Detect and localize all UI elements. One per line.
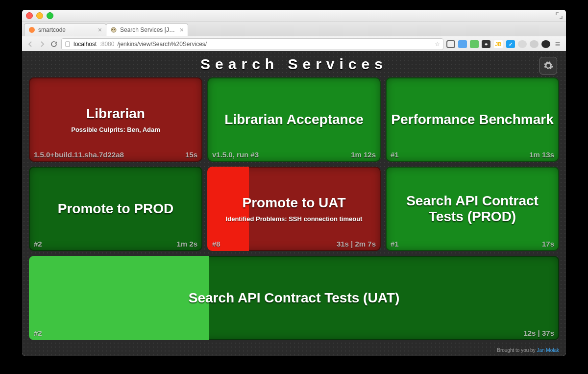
progress-bar — [207, 167, 381, 251]
widgets-grid: Librarian Possible Culprits: Ben, Adam 1… — [29, 77, 559, 340]
globe-icon[interactable] — [518, 40, 527, 48]
pocket-icon[interactable] — [446, 40, 455, 48]
checkmark-icon[interactable]: ✓ — [506, 40, 515, 48]
widget-footer-right: 1m 13s — [529, 150, 554, 159]
cast-icon[interactable] — [458, 40, 467, 48]
widget-footer-right: 1m 2s — [176, 240, 197, 248]
svg-rect-4 — [66, 42, 70, 47]
nav-reload-icon[interactable] — [49, 40, 58, 49]
bookmark-star-icon[interactable]: ☆ — [435, 41, 440, 48]
tab-label: Search Services [Jenkins] — [120, 26, 177, 33]
jetbrains-icon[interactable]: JB — [493, 40, 503, 49]
widget-footer-right: 31s | 2m 7s — [337, 240, 376, 248]
evernote-icon[interactable] — [470, 40, 479, 48]
svg-point-1 — [111, 27, 116, 32]
credit-link[interactable]: Jan Molak — [537, 348, 559, 353]
traffic-lights — [26, 12, 53, 19]
widget-title: Librarian Acceptance — [224, 112, 364, 127]
settings-button[interactable] — [539, 57, 557, 75]
address-bar[interactable]: localhost:8080/jenkins/view/Search%20Ser… — [61, 38, 443, 50]
jenkins-dashboard: Search Services Librarian Possible Culpr… — [22, 51, 566, 356]
widget-librarian[interactable]: Librarian Possible Culprits: Ben, Adam 1… — [29, 77, 202, 162]
nav-back-icon[interactable] — [26, 40, 35, 49]
credit-prefix: Brought to you by — [497, 348, 537, 353]
widget-footer-right: 12s | 37s — [523, 329, 554, 337]
extension-icon[interactable] — [530, 40, 539, 48]
widget-footer-left: 1.5.0+build.11.sha.7d22a8 — [34, 150, 124, 159]
url-host: localhost — [74, 41, 97, 48]
widget-search-api-prod[interactable]: Search API Contract Tests (PROD) #1 17s — [386, 167, 559, 251]
hamburger-menu-icon[interactable]: ≡ — [553, 40, 562, 48]
widget-footer-left: #8 — [212, 240, 220, 248]
widget-librarian-acceptance[interactable]: Librarian Acceptance v1.5.0, run #3 1m 1… — [207, 77, 381, 162]
gear-icon — [543, 60, 554, 71]
tab-close-icon[interactable]: × — [98, 26, 102, 33]
svg-point-3 — [114, 29, 115, 30]
widget-subtitle: Possible Culprits: Ben, Adam — [71, 126, 160, 133]
widget-footer-left: #2 — [34, 329, 42, 337]
browser-tabstrip: smartcode × Search Services [Jenkins] × — [22, 22, 566, 36]
widget-footer-right: 1m 12s — [351, 150, 376, 159]
widget-footer-left: v1.5.0, run #3 — [212, 150, 259, 159]
favicon-icon — [110, 26, 117, 33]
tab-close-icon[interactable]: × — [180, 26, 184, 33]
widget-footer-right: 17s — [542, 240, 554, 248]
url-port: :8080 — [99, 41, 114, 48]
page-icon — [65, 41, 71, 47]
browser-tab[interactable]: smartcode × — [24, 24, 106, 36]
mac-titlebar — [22, 10, 566, 22]
browser-toolbar: localhost:8080/jenkins/view/Search%20Ser… — [22, 36, 566, 52]
widget-footer-left: #2 — [34, 240, 42, 248]
nav-forward-icon[interactable] — [38, 40, 47, 49]
favicon-icon — [28, 26, 35, 33]
tab-label: smartcode — [38, 26, 95, 33]
dashboard-title: Search Services — [29, 56, 559, 73]
browser-window: smartcode × Search Services [Jenkins] × … — [22, 10, 566, 356]
svg-point-0 — [29, 27, 35, 33]
widget-footer-right: 15s — [185, 150, 197, 159]
window-zoom-icon[interactable] — [47, 12, 53, 19]
widget-footer-left: #1 — [391, 150, 399, 159]
widget-title: Promote to PROD — [58, 201, 173, 217]
credit-line: Brought to you by Jan Molak — [497, 348, 559, 353]
extensions: ⚭ JB ✓ ≡ — [446, 40, 562, 49]
extension-icon[interactable] — [541, 40, 550, 48]
browser-tab[interactable]: Search Services [Jenkins] × — [106, 24, 188, 36]
widget-promote-uat[interactable]: Promote to UAT Identified Problems: SSH … — [207, 167, 381, 251]
widget-title: Librarian — [86, 106, 145, 122]
progress-bar — [29, 256, 559, 340]
incognito-icon[interactable]: ⚭ — [482, 40, 490, 48]
window-expand-icon[interactable] — [555, 12, 563, 20]
window-close-icon[interactable] — [26, 12, 33, 19]
window-minimize-icon[interactable] — [36, 12, 43, 19]
widget-performance-benchmark[interactable]: Performance Benchmark #1 1m 13s — [386, 77, 559, 162]
svg-point-2 — [112, 29, 113, 30]
widget-title: Performance Benchmark — [391, 112, 553, 127]
widget-promote-prod[interactable]: Promote to PROD #2 1m 2s — [29, 167, 202, 251]
widget-title: Search API Contract Tests (PROD) — [391, 193, 554, 224]
widget-search-api-uat[interactable]: Search API Contract Tests (UAT) #2 12s |… — [29, 256, 559, 340]
widget-footer-left: #1 — [391, 240, 399, 248]
url-path: /jenkins/view/Search%20Services/ — [117, 41, 207, 48]
